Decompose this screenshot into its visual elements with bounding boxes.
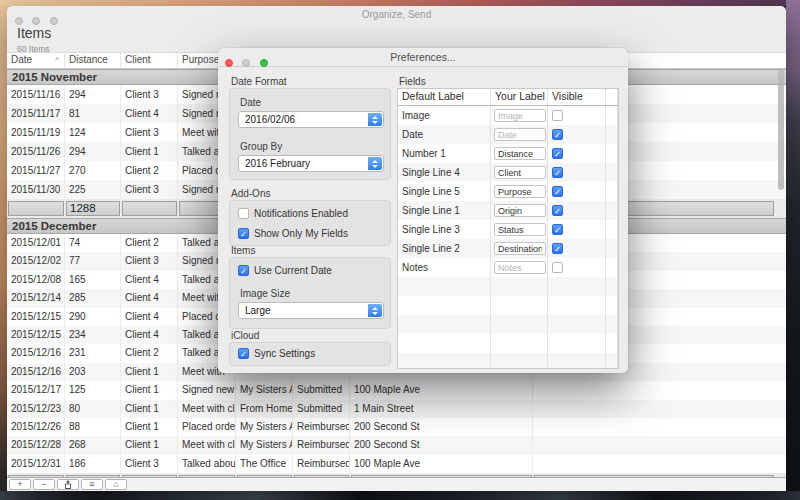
- cell-destination: 100 Maple Ave: [350, 381, 533, 399]
- sort-indicator-icon: ^: [55, 53, 59, 67]
- cell-date: 2015/12/16: [7, 363, 65, 381]
- fields-cell: [606, 239, 618, 258]
- cell-date: 2015/11/30: [7, 180, 65, 199]
- fields-cell: [491, 201, 548, 220]
- fields-row[interactable]: Date: [398, 125, 618, 144]
- window-title: Organize, Send: [7, 6, 786, 23]
- fields-row[interactable]: Single Line 4: [398, 163, 618, 182]
- cell-date: 2015/11/16: [7, 85, 65, 104]
- image-size-select[interactable]: Large: [238, 302, 384, 319]
- cell-client: Client 4: [121, 308, 178, 326]
- date-format-select[interactable]: 2016/02/06: [238, 111, 384, 128]
- list-view-button[interactable]: ≡: [81, 479, 103, 490]
- cell-date: 2015/11/26: [7, 142, 65, 161]
- fields-row[interactable]: Notes: [398, 258, 618, 277]
- cell-distance: 81: [65, 104, 121, 123]
- cell-client: Client 4: [121, 289, 178, 307]
- your-label-input[interactable]: [494, 109, 546, 122]
- fields-cell: [606, 201, 618, 220]
- cell-date: 2015/11/17: [7, 104, 65, 123]
- sync-settings-row[interactable]: Sync Settings: [238, 348, 315, 359]
- fields-cell: [491, 334, 548, 353]
- use-current-date-checkbox[interactable]: [238, 265, 249, 276]
- visible-checkbox[interactable]: [552, 243, 563, 254]
- sync-settings-checkbox[interactable]: [238, 348, 249, 359]
- cell-filler: [533, 436, 786, 454]
- visible-checkbox[interactable]: [552, 186, 563, 197]
- column-header-date[interactable]: Date^: [7, 53, 65, 68]
- your-label-input[interactable]: [494, 166, 546, 179]
- fields-cell: [606, 296, 618, 315]
- cell-origin: The Office: [236, 455, 293, 473]
- visible-checkbox[interactable]: [552, 110, 563, 121]
- default-label: Notes: [398, 262, 428, 273]
- fields-row: [398, 334, 618, 353]
- add-ons-section-label: Add-Ons: [231, 188, 270, 199]
- your-label-input[interactable]: [494, 185, 546, 198]
- fields-row[interactable]: Number 1: [398, 144, 618, 163]
- fields-cell: [548, 106, 606, 125]
- visible-checkbox[interactable]: [552, 205, 563, 216]
- cell-date: 2015/12/17: [7, 381, 65, 399]
- visible-checkbox[interactable]: [552, 148, 563, 159]
- main-window-titlebar[interactable]: Organize, Send: [7, 6, 786, 23]
- dialog-titlebar[interactable]: Preferences...: [218, 48, 628, 67]
- image-size-value: Large: [245, 305, 271, 316]
- cell-status: Reimbursed: [293, 455, 350, 473]
- show-only-my-fields-row[interactable]: Show Only My Fields: [238, 228, 348, 239]
- cell-client: Client 1: [121, 381, 178, 399]
- table-row[interactable]: 2015/12/2380Client 1Meet with clieFrom H…: [7, 400, 786, 418]
- your-label-input[interactable]: [494, 261, 546, 274]
- cell-distance: 234: [65, 326, 121, 344]
- fields-row: [398, 296, 618, 315]
- fields-row[interactable]: Image: [398, 106, 618, 125]
- home-button[interactable]: ⌂: [105, 479, 127, 490]
- fields-row[interactable]: Single Line 3: [398, 220, 618, 239]
- cell-client: Client 3: [121, 123, 178, 142]
- table-row[interactable]: 2015/12/2688Client 1Placed order fMy Sis…: [7, 418, 786, 436]
- fields-cell: [398, 353, 491, 369]
- fields-cell: [491, 239, 548, 258]
- table-row[interactable]: 2015/12/31186Client 3Talked about iThe O…: [7, 455, 786, 473]
- summary-box: [122, 201, 177, 216]
- visible-checkbox[interactable]: [552, 129, 563, 140]
- cell-distance: 124: [65, 123, 121, 142]
- share-button[interactable]: [57, 479, 79, 490]
- fields-cell: Date: [398, 125, 491, 144]
- add-ons-box: Notifications Enabled Show Only My Field…: [229, 200, 391, 246]
- visible-checkbox[interactable]: [552, 224, 563, 235]
- plus-icon: +: [17, 479, 22, 489]
- vertical-scrollbar[interactable]: [778, 68, 784, 190]
- fields-row[interactable]: Single Line 1: [398, 201, 618, 220]
- table-row[interactable]: 2015/12/28268Client 1Meet with clieMy Si…: [7, 436, 786, 454]
- fields-row[interactable]: Single Line 5: [398, 182, 618, 201]
- popup-stepper-icon: [368, 157, 382, 170]
- use-current-date-row[interactable]: Use Current Date: [238, 265, 332, 276]
- group-by-select[interactable]: 2016 February: [238, 155, 384, 172]
- column-header-client[interactable]: Client: [121, 53, 178, 68]
- table-row[interactable]: 2015/12/17125Client 1Signed new mMy Sist…: [7, 381, 786, 399]
- default-label: Image: [398, 110, 430, 121]
- cell-distance: 125: [65, 381, 121, 399]
- add-item-button[interactable]: +: [9, 479, 31, 490]
- fields-cell: [548, 163, 606, 182]
- your-label-input[interactable]: [494, 128, 546, 141]
- your-label-input[interactable]: [494, 204, 546, 217]
- home-icon: ⌂: [113, 479, 118, 489]
- your-label-input[interactable]: [494, 223, 546, 236]
- visible-checkbox[interactable]: [552, 167, 563, 178]
- cell-client: Client 3: [121, 85, 178, 104]
- fields-cell: [548, 353, 606, 369]
- remove-item-button[interactable]: −: [33, 479, 55, 490]
- show-only-my-fields-checkbox[interactable]: [238, 228, 249, 239]
- your-label-input[interactable]: [494, 147, 546, 160]
- cell-purpose: Meet with clie: [178, 436, 236, 454]
- fields-row[interactable]: Single Line 2: [398, 239, 618, 258]
- fields-cell: [548, 296, 606, 315]
- visible-checkbox[interactable]: [552, 262, 563, 273]
- default-label: Date: [398, 129, 423, 140]
- notifications-enabled-row[interactable]: Notifications Enabled: [238, 208, 348, 219]
- column-header-distance[interactable]: Distance: [65, 53, 121, 68]
- your-label-input[interactable]: [494, 242, 546, 255]
- notifications-checkbox[interactable]: [238, 208, 249, 219]
